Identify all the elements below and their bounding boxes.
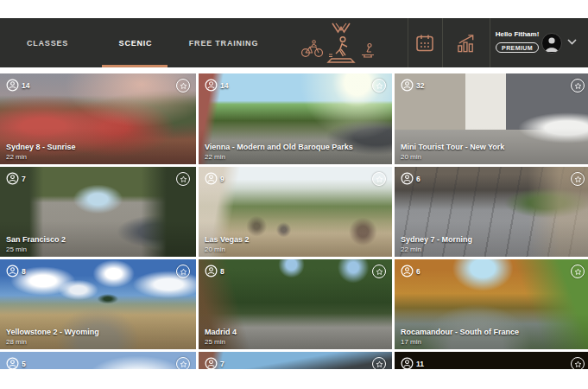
viewer-count-badge: 11 — [401, 357, 424, 369]
video-title: Yellowstone 2 - Wyoming — [6, 328, 190, 336]
calendar-icon — [414, 33, 435, 54]
user-greeting: Hello Fitham! — [492, 30, 542, 38]
star-icon — [574, 82, 582, 90]
calendar-button[interactable] — [408, 18, 441, 67]
person-circle-icon — [205, 265, 218, 277]
scenic-video-card[interactable]: 5 — [0, 352, 196, 369]
viewer-count: 7 — [22, 175, 26, 183]
scenic-video-card[interactable]: 6 Rocamandour - South of France 17 min — [395, 259, 588, 349]
user-info: Hello Fitham! PREMIUM — [492, 30, 542, 54]
tab-scenic[interactable]: SCENIC — [95, 18, 176, 67]
video-title: Las Vegas 2 — [205, 235, 386, 244]
app-header: CLASSES SCENIC FREE TRAINING — [0, 18, 588, 67]
scenic-video-card[interactable]: 8 Yellowstone 2 - Wyoming 28 min — [0, 259, 196, 349]
scenic-video-card[interactable]: 9 Las Vegas 2 20 min — [199, 167, 392, 257]
star-icon — [180, 175, 187, 183]
viewer-count: 32 — [416, 81, 424, 90]
rower-icon[interactable] — [359, 42, 376, 60]
viewer-count-badge: 6 — [401, 265, 420, 277]
viewer-count-badge: 8 — [205, 265, 224, 277]
video-title: Vienna - Modern and Old Baroque Parks — [205, 143, 386, 151]
favorite-star-button[interactable] — [571, 265, 585, 278]
video-grid: 14 Sydney 8 - Sunrise 22 min 14 Vienna -… — [0, 73, 588, 369]
chevron-down-icon[interactable] — [567, 39, 577, 45]
header-divider — [490, 18, 490, 67]
tab-free-training[interactable]: FREE TRAINING — [176, 18, 271, 67]
scenic-video-card[interactable]: 11 — [395, 352, 588, 369]
video-duration: 22 min — [401, 246, 421, 253]
video-duration: 22 min — [205, 153, 225, 161]
viewer-count: 8 — [220, 267, 224, 276]
scenic-video-card[interactable]: 7 — [199, 352, 392, 369]
video-title: Sydney 8 - Sunrise — [6, 143, 190, 151]
person-circle-icon — [6, 172, 19, 185]
video-duration: 17 min — [401, 338, 421, 346]
viewer-count-badge: 14 — [6, 79, 29, 92]
viewer-count: 14 — [22, 81, 29, 90]
scenic-video-card[interactable]: 6 Sydney 7 - Morning 22 min — [395, 167, 588, 257]
star-icon — [180, 360, 187, 368]
favorite-star-button[interactable] — [176, 172, 190, 186]
viewer-count-badge: 32 — [401, 79, 424, 92]
video-title: San Francisco 2 — [6, 235, 190, 244]
treadmill-icon[interactable] — [326, 35, 357, 65]
person-circle-icon — [205, 172, 218, 185]
favorite-star-button[interactable] — [571, 79, 585, 92]
person-circle-icon — [6, 357, 19, 369]
person-circle-icon — [401, 265, 414, 277]
video-title: Madrid 4 — [205, 328, 386, 336]
video-duration: 28 min — [6, 338, 27, 346]
star-icon — [574, 268, 582, 276]
favorite-star-button[interactable] — [571, 172, 585, 186]
viewer-count: 6 — [416, 267, 420, 276]
star-icon — [376, 175, 383, 183]
scenic-video-card[interactable]: 8 Madrid 4 25 min — [199, 259, 392, 349]
favorite-star-button[interactable] — [176, 79, 190, 92]
scenic-video-card[interactable]: 14 Vienna - Modern and Old Baroque Parks… — [199, 73, 392, 164]
favorite-star-button[interactable] — [372, 357, 386, 369]
stats-chart-icon — [455, 33, 477, 54]
favorite-star-button[interactable] — [176, 265, 190, 278]
scenic-video-card[interactable]: 14 Sydney 8 - Sunrise 22 min — [0, 73, 196, 164]
viewer-count-badge: 6 — [401, 172, 420, 185]
star-icon — [376, 360, 383, 368]
video-title: Mini Tourist Tour - New York — [401, 143, 585, 151]
viewer-count: 6 — [416, 175, 420, 183]
person-silhouette-icon — [542, 34, 561, 53]
sport-mode-switcher — [297, 18, 401, 67]
person-circle-icon — [401, 357, 414, 369]
person-circle-icon — [401, 172, 414, 185]
avatar[interactable] — [541, 33, 562, 54]
star-icon — [180, 268, 187, 276]
favorite-star-button[interactable] — [571, 357, 585, 369]
app-screen: CLASSES SCENIC FREE TRAINING — [0, 0, 588, 389]
viewer-count: 7 — [220, 360, 224, 368]
viewer-count: 8 — [22, 267, 26, 276]
scenic-video-card[interactable]: 7 San Francisco 2 25 min — [0, 167, 196, 257]
favorite-star-button[interactable] — [372, 172, 386, 186]
favorite-star-button[interactable] — [372, 265, 386, 278]
favorite-star-button[interactable] — [176, 357, 190, 369]
star-icon — [376, 268, 383, 276]
fitham-logo — [330, 22, 352, 35]
stats-button[interactable] — [443, 18, 489, 67]
favorite-star-button[interactable] — [372, 79, 386, 92]
star-icon — [180, 82, 187, 90]
person-circle-icon — [401, 79, 414, 92]
active-tab-indicator — [102, 65, 168, 67]
viewer-count: 5 — [22, 360, 26, 368]
bicycle-icon[interactable] — [300, 39, 324, 58]
video-duration: 25 min — [6, 246, 27, 253]
video-duration: 20 min — [205, 246, 225, 253]
tab-classes[interactable]: CLASSES — [0, 18, 95, 67]
premium-badge: PREMIUM — [496, 42, 539, 53]
star-icon — [376, 82, 383, 90]
viewer-count-badge: 9 — [205, 172, 224, 185]
viewer-count-badge: 7 — [205, 357, 224, 369]
person-circle-icon — [6, 265, 19, 277]
scenic-video-card[interactable]: 32 Mini Tourist Tour - New York 20 min — [395, 73, 588, 164]
video-duration: 20 min — [401, 153, 421, 161]
video-title: Sydney 7 - Morning — [401, 235, 585, 244]
viewer-count-badge: 7 — [6, 172, 26, 185]
viewer-count-badge: 5 — [6, 357, 26, 369]
